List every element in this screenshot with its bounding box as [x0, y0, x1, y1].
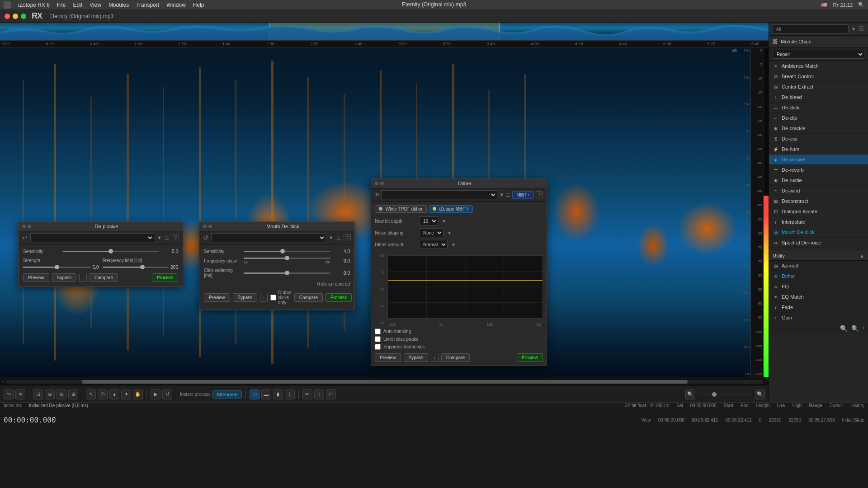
module-dialogue-isolate[interactable]: ⊡ Dialogue Isolate — [769, 206, 868, 217]
freq-limit-slider[interactable] — [103, 267, 169, 268]
overview-bar[interactable] — [0, 23, 769, 41]
deplosive-process-btn[interactable]: Process — [152, 273, 178, 282]
noise-shaping-select[interactable]: None — [419, 228, 443, 237]
zoom-out-right[interactable]: 🔍 — [755, 389, 765, 399]
deplosive-undo-icon[interactable]: ↩ — [22, 234, 28, 241]
deplosive-help-icon[interactable]: ? — [172, 234, 179, 241]
module-de-bleed[interactable]: ↑ De-bleed — [769, 92, 868, 103]
deplosive-bypass-btn[interactable]: Bypass — [52, 273, 77, 282]
pencil-btn[interactable]: ✏ — [302, 389, 312, 399]
maximize-button[interactable] — [21, 14, 26, 19]
strength-slider[interactable] — [23, 267, 91, 268]
zoom-in-right[interactable]: 🔍 — [685, 389, 695, 399]
deplosive-plus-icon[interactable]: + — [79, 274, 86, 282]
module-de-click[interactable]: — De-click — [769, 103, 868, 113]
mouth-bypass-btn[interactable]: Bypass — [233, 293, 258, 302]
freq-range-btn[interactable]: ▮ — [273, 389, 283, 399]
zoom-in-freq-icon[interactable]: 🔍 — [840, 325, 848, 332]
deplosive-preview-btn[interactable]: Preview — [23, 273, 49, 282]
lasso-btn[interactable]: ✦ — [121, 389, 131, 399]
module-de-wind[interactable]: ~ De-wind — [769, 186, 868, 196]
dither-plus-icon[interactable]: + — [431, 354, 438, 362]
waveform-view-btn[interactable]: ≋ — [15, 389, 25, 399]
dither-preset-menu-icon[interactable]: ☰ — [506, 192, 510, 198]
suppress-harmonics-cb[interactable] — [375, 344, 381, 350]
module-de-ess[interactable]: S De-ess — [769, 134, 868, 144]
zoom-out-freq-icon[interactable]: 🔍 — [851, 325, 859, 332]
mbit-plus-btn[interactable]: iZotope MBIT+ — [429, 205, 473, 213]
menu-help[interactable]: Help — [193, 2, 204, 8]
module-de-clip[interactable]: ⌐ De-clip — [769, 113, 868, 123]
noise-shaping-dropdown-icon[interactable]: ▼ — [447, 230, 452, 235]
brush-btn[interactable]: ⌇ — [314, 389, 324, 399]
dither-preset-select[interactable] — [381, 190, 497, 199]
mouth-plus-icon[interactable]: + — [260, 294, 267, 302]
utility-dither[interactable]: ≋ Dither — [769, 271, 868, 282]
dither-amount-dropdown-icon[interactable]: ▼ — [451, 242, 456, 247]
deplosive-compare-btn[interactable]: Compare — [90, 273, 118, 282]
freq-select-btn[interactable]: ♦ — [109, 389, 119, 399]
dither-amount-select[interactable]: Normal — [419, 240, 448, 249]
zoom-all-btn[interactable]: ⊞ — [68, 389, 78, 399]
preset-dropdown-icon[interactable]: ▼ — [157, 235, 162, 240]
mouth-close-btn[interactable] — [203, 225, 207, 228]
mouth-min-btn[interactable] — [208, 225, 212, 228]
dither-process-btn[interactable]: Process — [517, 353, 543, 362]
module-de-hum[interactable]: ⚡ De-hum — [769, 144, 868, 155]
attenuate-btn[interactable]: Attenuate — [212, 390, 242, 399]
zoom-in-icon[interactable]: + — [2, 380, 4, 384]
dither-preview-btn[interactable]: Preview — [375, 353, 401, 362]
dither-mbit-btn[interactable]: MBIT+ — [512, 191, 534, 199]
sensitivity-slider[interactable] — [63, 251, 159, 252]
hand-btn[interactable]: ✋ — [133, 389, 143, 399]
scroll-area[interactable]: + - — [0, 377, 769, 386]
category-select[interactable]: Repair — [773, 50, 864, 59]
white-tpdf-btn[interactable]: White TPDF dither — [375, 205, 427, 213]
spectrum-view-btn[interactable]: 〜 — [4, 389, 14, 399]
zoom-in-btn[interactable]: ⊕ — [45, 389, 55, 399]
zoom-out-btn[interactable]: ⊖ — [57, 389, 66, 399]
click-widening-slider[interactable] — [244, 272, 330, 274]
module-deconstruct[interactable]: ⊞ Deconstruct — [769, 196, 868, 206]
mouth-help-icon[interactable]: ? — [344, 234, 351, 241]
utility-collapse-icon[interactable]: ▲ — [859, 253, 864, 258]
dither-min-btn[interactable] — [380, 182, 384, 185]
dither-compare-btn[interactable]: Compare — [441, 353, 470, 362]
utility-fade[interactable]: / Fade — [769, 302, 868, 313]
eraser-btn[interactable]: ◻ — [326, 389, 336, 399]
rect-selection-btn[interactable]: ▭ — [250, 389, 259, 399]
output-clicks-checkbox[interactable] — [270, 295, 276, 300]
select-tool-btn[interactable]: ↖ — [86, 389, 96, 399]
module-de-crackle[interactable]: ≋ De-crackle — [769, 123, 868, 134]
bit-depth-select[interactable]: 16 — [419, 216, 438, 225]
dither-close-btn[interactable] — [375, 182, 378, 185]
deplosive-preset-select[interactable] — [30, 233, 154, 242]
menu-file[interactable]: File — [57, 2, 66, 8]
auto-blanking-cb[interactable] — [375, 328, 381, 334]
time-select-btn[interactable]: ⏱ — [98, 389, 108, 399]
loop-btn[interactable]: ↺ — [162, 389, 172, 399]
bit-depth-dropdown-icon[interactable]: ▼ — [442, 219, 446, 224]
module-center-extract[interactable]: ◎ Center Extract — [769, 82, 868, 92]
menu-modules[interactable]: Modules — [108, 2, 129, 8]
menu-izotope[interactable]: iZotope RX 6 — [18, 2, 50, 8]
mouth-sensitivity-slider[interactable] — [244, 251, 330, 252]
module-interpolate[interactable]: / Interpolate — [769, 217, 868, 227]
menu-view[interactable]: View — [90, 2, 101, 8]
mouth-preset-menu-icon[interactable]: ☰ — [336, 235, 341, 241]
module-de-plosive[interactable]: ◈ De-plosive — [769, 155, 868, 165]
list-icon[interactable]: ☰ — [859, 25, 864, 33]
panel-min-btn[interactable] — [28, 225, 31, 228]
zoom-to-selection-btn[interactable]: ⊡ — [33, 389, 43, 399]
menu-transport[interactable]: Transport — [136, 2, 159, 8]
mouth-preset-dropdown-icon[interactable]: ▼ — [329, 235, 334, 240]
preset-menu-icon[interactable]: ☰ — [165, 235, 169, 241]
utility-header[interactable]: Utility ▲ — [769, 251, 868, 261]
mouth-compare-btn[interactable]: Compare — [294, 293, 323, 302]
freq-skew-slider[interactable] — [244, 258, 330, 259]
utility-azimuth[interactable]: ◎ Azimuth — [769, 261, 868, 271]
utility-eq[interactable]: ≈ EQ — [769, 282, 868, 292]
dither-help-icon[interactable]: ? — [536, 191, 543, 198]
menu-edit[interactable]: Edit — [73, 2, 82, 8]
zoom-out-icon[interactable]: - — [765, 380, 767, 384]
